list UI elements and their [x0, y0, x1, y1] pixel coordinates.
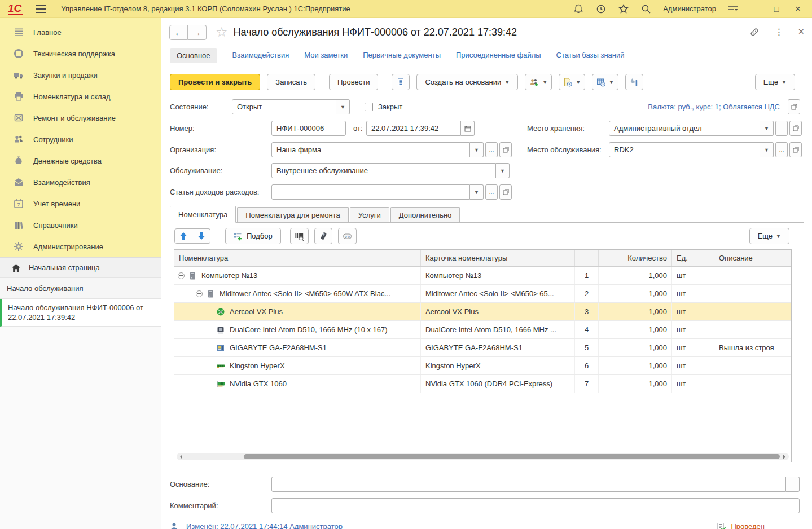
date-calendar-button[interactable]: [461, 121, 475, 136]
tab-nomenclature[interactable]: Номенклатура: [170, 206, 236, 223]
history-icon[interactable]: [595, 3, 607, 15]
nav-link-my-notes[interactable]: Мои заметки: [304, 51, 348, 60]
scroll-left-arrow[interactable]: [178, 455, 182, 459]
favorite-star-icon[interactable]: ☆: [216, 24, 228, 40]
post-and-close-button[interactable]: Провести и закрыть: [170, 74, 260, 90]
table-row-selected[interactable]: Aercool VX Plus Aercool VX Plus 3 1,000 …: [174, 303, 791, 321]
table-row[interactable]: Компьютер №13 Компьютер №13 1 1,000 шт: [174, 267, 791, 285]
post-button[interactable]: Провести: [329, 74, 379, 90]
income-dropdown-button[interactable]: ▼: [470, 184, 484, 200]
tab-services[interactable]: Услуги: [350, 207, 389, 222]
create-reminder-button[interactable]: ▼: [559, 74, 585, 90]
horizontal-scrollbar[interactable]: [177, 453, 789, 460]
sidebar-item-purchases[interactable]: Закупки и продажи: [0, 64, 161, 86]
toolbar-more-button[interactable]: Еще ▼: [755, 74, 795, 90]
sidebar-item-administration[interactable]: Администрирование: [0, 236, 161, 257]
basis-choose-button[interactable]: …: [786, 477, 800, 492]
sidebar-item-main[interactable]: Главное: [0, 21, 161, 43]
move-up-button[interactable]: [174, 228, 192, 244]
register-records-button[interactable]: [392, 74, 410, 90]
serial-numbers-button[interactable]: 0-9: [338, 228, 357, 244]
nav-link-interactions[interactable]: Взаимодействия: [232, 51, 289, 60]
org-choose-button[interactable]: …: [485, 142, 498, 157]
tab-additional[interactable]: Дополнительно: [390, 207, 460, 222]
settings-lines-icon[interactable]: [727, 3, 739, 15]
favorites-star-icon[interactable]: [618, 3, 629, 15]
sidebar-item-timekeeping[interactable]: 7 Учет времени: [0, 193, 161, 214]
state-field[interactable]: Открыт ▼: [232, 99, 350, 114]
place-choose-button[interactable]: …: [775, 142, 788, 157]
sidebar-item-repair[interactable]: Ремонт и обслуживание: [0, 107, 161, 129]
scanner-button[interactable]: [314, 228, 332, 244]
close-document-icon[interactable]: ×: [798, 26, 804, 38]
income-open-button[interactable]: [499, 184, 512, 200]
date-field[interactable]: 22.07.2021 17:39:42: [366, 121, 475, 136]
service-dropdown-button[interactable]: ▼: [496, 163, 510, 178]
sidebar-item-directories[interactable]: Справочники: [0, 214, 161, 236]
state-dropdown-button[interactable]: ▼: [336, 99, 350, 114]
table-row[interactable]: Kingston HyperX Kingston HyperX 6 1,000 …: [174, 357, 791, 375]
header-card[interactable]: Карточка номенклатуры: [421, 250, 575, 266]
income-field[interactable]: ▼ …: [271, 184, 512, 200]
sidebar-item-support[interactable]: Техническая поддержка: [0, 43, 161, 64]
current-user[interactable]: Администратор: [663, 5, 716, 13]
nav-link-kb-articles[interactable]: Статьи базы знаний: [556, 51, 625, 60]
sidebar-window-tab-active[interactable]: Начало обслуживания НФИТ-000006 от 22.07…: [0, 299, 161, 327]
get-link-icon[interactable]: [749, 27, 760, 37]
modified-link[interactable]: Изменён: 22.07.2021 17:44:14 Администрат…: [186, 522, 343, 529]
close-window-button[interactable]: ×: [793, 3, 803, 15]
header-description[interactable]: Описание: [714, 250, 791, 266]
currency-link[interactable]: Валюта: руб., курс: 1; Облагается НДС: [648, 103, 780, 111]
org-dropdown-button[interactable]: ▼: [470, 142, 484, 157]
service-field[interactable]: Внутреннее обслуживание ▼: [271, 163, 510, 178]
closed-checkbox[interactable]: [365, 103, 373, 111]
create-based-on-button[interactable]: Создать на основании ▼: [416, 74, 518, 90]
search-icon[interactable]: [640, 3, 652, 15]
collapse-icon[interactable]: [178, 272, 185, 279]
save-button[interactable]: Записать: [267, 74, 315, 90]
income-choose-button[interactable]: …: [485, 184, 498, 200]
sidebar-item-employees[interactable]: Сотрудники: [0, 129, 161, 150]
main-menu-icon[interactable]: [35, 3, 46, 15]
selected-cell[interactable]: Aercool VX Plus: [421, 303, 575, 320]
header-unit[interactable]: Ед.: [672, 250, 714, 266]
move-down-button[interactable]: [192, 228, 210, 244]
notifications-bell-icon[interactable]: [573, 3, 584, 15]
sidebar-item-nomenclature[interactable]: Номенклатура и склад: [0, 86, 161, 107]
minimize-button[interactable]: –: [750, 4, 760, 14]
nav-link-attached-files[interactable]: Присоединенные файлы: [456, 51, 541, 60]
barcode-search-button[interactable]: [290, 228, 309, 244]
nav-tab-main[interactable]: Основное: [170, 48, 217, 63]
header-nomenclature[interactable]: Номенклатура: [174, 250, 421, 266]
maximize-button[interactable]: □: [771, 4, 782, 14]
org-field[interactable]: Наша фирма ▼ …: [271, 142, 512, 157]
grid-more-button[interactable]: Еще ▼: [749, 228, 789, 244]
storage-dropdown-button[interactable]: ▼: [760, 121, 774, 136]
storage-choose-button[interactable]: …: [775, 121, 788, 136]
back-button[interactable]: ←: [169, 25, 188, 40]
org-open-button[interactable]: [499, 142, 512, 157]
storage-open-button[interactable]: [789, 121, 802, 136]
currency-open-button[interactable]: [788, 99, 800, 114]
schedule-button[interactable]: ▼: [592, 74, 618, 90]
nav-link-primary-documents[interactable]: Первичные документы: [363, 51, 441, 60]
sidebar-item-money[interactable]: Денежные средства: [0, 150, 161, 171]
more-menu-icon[interactable]: ⋮: [774, 27, 783, 37]
scroll-right-arrow[interactable]: [783, 455, 788, 459]
tab-repair-nomenclature[interactable]: Номенклатура для ремонта: [237, 207, 349, 222]
storage-field[interactable]: Административный отдел ▼ …: [609, 121, 802, 136]
table-row[interactable]: DualCore Intel Atom D510, 1666 MHz (10 x…: [174, 321, 791, 339]
sidebar-window-tab[interactable]: Начало обслуживания: [0, 278, 161, 299]
place-dropdown-button[interactable]: ▼: [760, 142, 774, 157]
sidebar-item-interactions[interactable]: Взаимодействия: [0, 171, 161, 193]
scrollbar-thumb[interactable]: [244, 454, 779, 459]
add-user-task-button[interactable]: ▼: [525, 74, 552, 90]
place-open-button[interactable]: [789, 142, 802, 157]
service-tools-button[interactable]: [625, 74, 643, 90]
header-rownum[interactable]: [575, 250, 599, 266]
table-row[interactable]: Miditower Antec <Solo II> <M650> 650W AT…: [174, 285, 791, 303]
place-field[interactable]: RDK2 ▼ …: [609, 142, 802, 157]
table-row[interactable]: NVidia GTX 1060 NVidia GTX 1060 (DDR4 PC…: [174, 375, 791, 393]
pick-button[interactable]: Подбор: [225, 228, 281, 244]
comment-field[interactable]: [271, 498, 800, 513]
